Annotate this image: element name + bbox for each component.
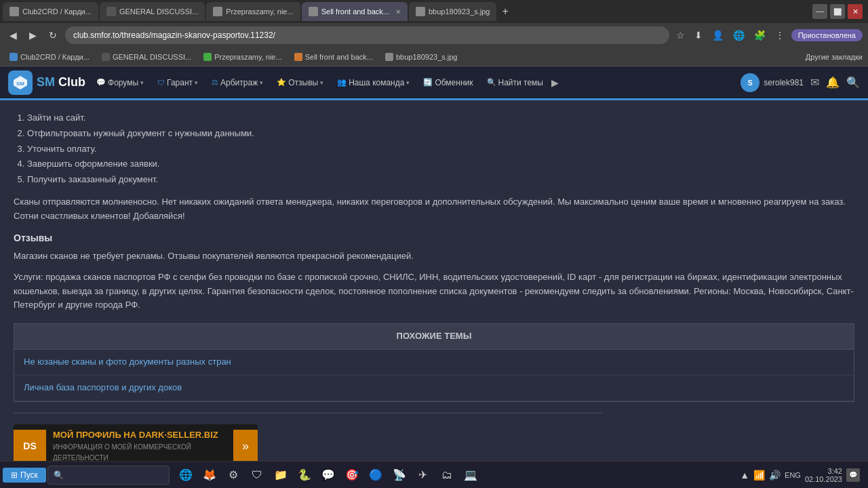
menu-dots-icon[interactable]: ⋮	[772, 28, 787, 42]
chevron-icon: ▾	[195, 79, 198, 86]
tab-favicon	[309, 7, 318, 16]
taskbar-search-input[interactable]	[47, 466, 170, 485]
tray-network-icon[interactable]: 📶	[753, 470, 765, 481]
app-yandex[interactable]: 🦊	[199, 464, 220, 486]
svg-text:DS: DS	[23, 441, 36, 451]
banner-title: МОЙ ПРОФИЛЬ НА DARK·SELLER.BIZ	[53, 428, 226, 443]
taskbar: ⊞ Пуск 🌐 🦊 ⚙ 🛡 📁 🐍 💬 🎯 🔵 📡 ✈ 🗂 💻 ▲ 📶 🔊 E…	[0, 461, 868, 488]
app-files[interactable]: 📁	[270, 464, 292, 486]
nav-team[interactable]: 👥 Наша команда ▾	[332, 75, 415, 90]
step-1: Зайти на сайт.	[27, 111, 854, 125]
app-skype[interactable]: 💬	[317, 464, 339, 486]
tray-arrow-icon[interactable]: ▲	[740, 470, 749, 481]
tab-przepraszamy[interactable]: Przepraszamy, nie...	[206, 2, 300, 21]
new-tab-button[interactable]: +	[498, 5, 512, 18]
steps-list: Зайти на сайт. Отфильтровать нужный доку…	[27, 111, 854, 187]
nav-team-label: Наша команда	[349, 78, 404, 87]
chevron-icon: ▾	[320, 79, 323, 86]
logo-club: Club	[58, 75, 85, 89]
tray-volume-icon[interactable]: 🔊	[769, 470, 781, 481]
address-bar[interactable]	[65, 26, 669, 44]
app-unknown2[interactable]: 📡	[389, 464, 410, 486]
nav-exchange-label: Обменник	[435, 78, 473, 87]
nav-garant[interactable]: 🛡 Гарант ▾	[152, 75, 203, 90]
nav-exchange[interactable]: 🔄 Обменник	[418, 75, 478, 90]
tab-bbup[interactable]: bbup180923_s.jpg	[409, 2, 497, 21]
logo-sm: SM	[37, 75, 55, 89]
bookmark-przepraszamy[interactable]: Przepraszamy, nie...	[199, 52, 285, 62]
forward-button[interactable]: ▶	[25, 27, 41, 43]
suspended-button[interactable]: Приостановлена	[791, 29, 863, 41]
svg-text:SM: SM	[16, 81, 24, 87]
search-icon[interactable]: 🔍	[846, 76, 860, 89]
header-right: S serolek981 ✉ 🔔 🔍	[741, 73, 860, 92]
user-avatar: S	[741, 73, 760, 92]
nav-findthreads-label: Найти темы	[498, 78, 544, 87]
topic-link-1[interactable]: Не юзаные сканы и фото документы разных …	[14, 350, 854, 375]
nav-forums[interactable]: 💬 Форумы ▾	[91, 75, 149, 90]
app-chromium[interactable]: 🔵	[365, 464, 387, 486]
app-browser[interactable]: 🌐	[175, 464, 197, 486]
app-filemanager[interactable]: 🗂	[436, 464, 458, 486]
tab-sell[interactable]: Sell front and back... ✕	[302, 2, 408, 21]
app-telegram[interactable]: ✈	[412, 464, 434, 486]
topic-link-2[interactable]: Личная база паспортов и других доков	[14, 375, 854, 401]
app-unknown1[interactable]: 🎯	[341, 464, 363, 486]
tray-lang[interactable]: ENG	[785, 471, 801, 479]
bookmark-club2crd[interactable]: Club2CRD / Карди...	[5, 52, 94, 62]
refresh-button[interactable]: ↻	[45, 27, 61, 43]
findthreads-icon: 🔍	[487, 78, 496, 87]
bookmark-general[interactable]: GENERAL DISCUSSI...	[98, 52, 195, 62]
banner-icon: DS	[14, 430, 46, 461]
chevron-icon: ▾	[140, 79, 144, 86]
windows-icon: ⊞	[11, 470, 18, 480]
notification-center-icon[interactable]: 💬	[846, 468, 860, 482]
nav-forums-label: Форумы	[108, 78, 138, 87]
darkseller-banner[interactable]: DS МОЙ ПРОФИЛЬ НА DARK·SELLER.BIZ ИНФОРМ…	[14, 424, 258, 461]
paragraph-reviews: Магазин сканов не требует рекламы. Отзыв…	[14, 249, 854, 264]
tab-general[interactable]: GENERAL DISCUSSI...	[100, 2, 205, 21]
smclub-logo[interactable]: SM SM Club	[8, 70, 85, 95]
translate-icon[interactable]: 🌐	[730, 28, 747, 42]
minimize-button[interactable]: —	[812, 4, 827, 19]
app-unknown3[interactable]: 💻	[460, 464, 481, 486]
mail-icon[interactable]: ✉	[810, 76, 819, 89]
download-icon[interactable]: ⬇	[692, 28, 705, 42]
bookmark-bbup[interactable]: bbup180923_s.jpg	[381, 52, 462, 62]
more-nav-icon[interactable]: ▶	[551, 77, 559, 88]
nav-arbitrage-label: Арбитраж	[220, 78, 258, 87]
nav-reviews[interactable]: ⭐ Отзывы ▾	[271, 75, 329, 90]
tab-club2crd[interactable]: Club2CRD / Карди...	[3, 2, 98, 21]
tray-date-value: 02.10.2023	[805, 475, 842, 483]
nav-arbitrage[interactable]: ⚖ Арбитраж ▾	[206, 75, 269, 90]
tab-label: Przepraszamy, nie...	[226, 7, 293, 16]
bookmark-label: bbup180923_s.jpg	[396, 53, 458, 61]
app-python[interactable]: 🐍	[294, 464, 315, 486]
user-info[interactable]: S serolek981	[741, 73, 804, 92]
main-content: Зайти на сайт. Отфильтровать нужный доку…	[0, 100, 868, 461]
step-2: Отфильтровать нужный документ с нужными …	[27, 127, 854, 141]
extension-icon[interactable]: 🧩	[751, 28, 768, 42]
tab-favicon	[9, 7, 19, 16]
start-button[interactable]: ⊞ Пуск	[3, 468, 46, 483]
back-button[interactable]: ◀	[5, 27, 21, 43]
bookmark-icon[interactable]: ☆	[673, 28, 688, 42]
nav-findthreads[interactable]: 🔍 Найти темы	[481, 75, 549, 90]
logo-icon: SM	[8, 70, 33, 95]
profile-icon[interactable]: 👤	[709, 28, 726, 42]
garant-icon: 🛡	[157, 79, 165, 87]
bell-icon[interactable]: 🔔	[826, 76, 840, 89]
start-label: Пуск	[20, 470, 38, 480]
chevron-icon: ▾	[406, 79, 410, 86]
bookmark-favicon	[9, 53, 18, 61]
tab-close-icon[interactable]: ✕	[395, 8, 401, 16]
bookmark-sell[interactable]: Sell front and back...	[290, 52, 377, 62]
tab-label: Sell front and back...	[321, 7, 389, 16]
username-label: serolek981	[764, 78, 804, 87]
app-settings[interactable]: ⚙	[222, 464, 244, 486]
maximize-button[interactable]: ⬜	[830, 4, 845, 19]
other-bookmarks[interactable]: Другие закладки	[806, 53, 863, 61]
reviews-icon: ⭐	[277, 78, 286, 87]
close-button[interactable]: ✕	[848, 4, 863, 19]
app-security[interactable]: 🛡	[246, 464, 268, 486]
